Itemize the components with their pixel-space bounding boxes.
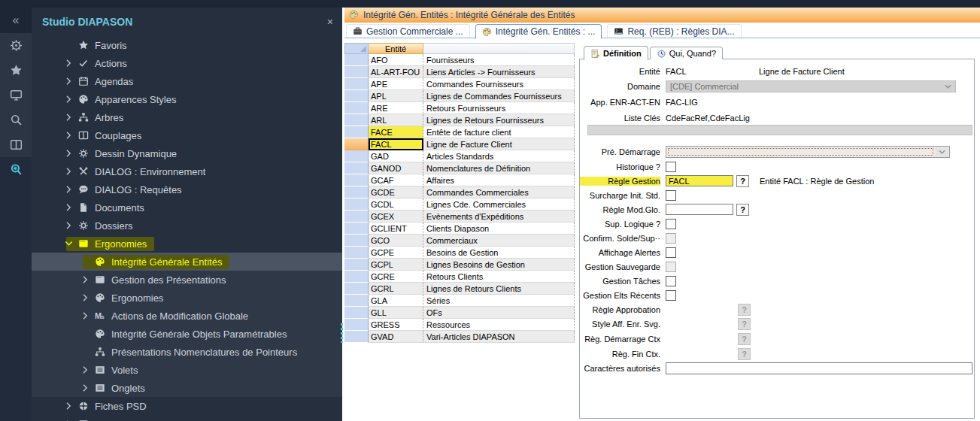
historique-checkbox[interactable] — [666, 162, 676, 172]
sidebar-item-integrite-generale-objets-parametrables[interactable]: Intégrité Générale Objets Paramétrables — [32, 325, 342, 343]
cell-code[interactable]: ARL — [369, 114, 423, 126]
row-gutter[interactable] — [344, 295, 369, 307]
cell-code[interactable]: GCDE — [369, 186, 423, 198]
iconbar-columns[interactable] — [0, 132, 32, 157]
table-row-gcrl[interactable]: GCRL Lignes de Retours Clients — [344, 283, 575, 295]
cell-description[interactable]: Entête de facture client — [423, 126, 575, 138]
cell-description[interactable]: Lignes de Commandes Fournisseurs — [423, 90, 575, 102]
cell-description[interactable]: Besoins de Gestion — [423, 247, 575, 259]
table-row-afo[interactable]: AFO Fournisseurs — [344, 54, 575, 66]
cell-code[interactable]: FACE — [369, 126, 423, 138]
table-row-gcre[interactable]: GCRE Retours Clients — [344, 271, 575, 283]
cell-description[interactable]: Ligne de Facture Client — [423, 138, 575, 150]
sidebar-item-dialog-requetes[interactable]: DIALOG : Requêtes — [32, 180, 342, 198]
cell-code[interactable]: GRESS — [369, 319, 423, 331]
table-row-are[interactable]: ARE Retours Fournisseurs — [344, 102, 575, 114]
row-gutter[interactable] — [344, 331, 369, 343]
row-gutter[interactable] — [344, 198, 369, 210]
iconbar-helm[interactable] — [0, 33, 32, 58]
sidebar-item-agendas[interactable]: Agendas — [32, 72, 342, 90]
row-gutter[interactable] — [344, 126, 369, 138]
table-row-gclient[interactable]: GCLIENT Clients Diapason — [344, 223, 575, 235]
table-row-facl[interactable]: FACL Ligne de Facture Client — [344, 138, 575, 150]
surcharge-checkbox[interactable] — [666, 190, 676, 201]
cell-description[interactable]: Lignes de Retours Clients — [423, 283, 575, 295]
collapse-sidebar-button[interactable]: « — [0, 8, 32, 33]
cell-description[interactable]: Lignes Cde. Commerciales — [423, 198, 575, 210]
cell-description[interactable]: Ressources — [423, 319, 575, 331]
cell-code[interactable]: AL-ART-FOU — [369, 66, 423, 78]
iconbar-pin-search[interactable] — [0, 157, 32, 182]
table-row-gcaf[interactable]: GCAF Affaires — [344, 174, 575, 186]
cell-code[interactable]: GCPL — [369, 259, 423, 271]
cell-description[interactable]: Vari-Articles DIAPASON — [423, 331, 575, 343]
cell-code[interactable]: GCLIENT — [369, 223, 423, 235]
cell-code[interactable]: AFO — [369, 54, 423, 66]
table-row-al-art-fou[interactable]: AL-ART-FOU Liens Articles -> Fournisseur… — [344, 66, 575, 78]
tab-integrite-gen-entites[interactable]: Intégrité Gén. Entités : ... — [475, 24, 602, 39]
regle-gestion-lookup-button[interactable]: ? — [736, 175, 749, 187]
cell-description[interactable]: Clients Diapason — [423, 223, 575, 235]
sidebar-item-fiches-psd[interactable]: Fiches PSD — [32, 397, 342, 415]
cell-code[interactable]: GLA — [369, 295, 423, 307]
cell-description[interactable]: Commerciaux — [423, 235, 575, 247]
row-gutter[interactable] — [344, 54, 369, 66]
sidebar-item-integrite-generale-entites[interactable]: Intégrité Générale Entités — [32, 253, 342, 271]
cell-description[interactable]: OFs — [423, 307, 575, 319]
cell-description[interactable]: Retours Fournisseurs — [423, 102, 575, 114]
row-gutter[interactable] — [344, 307, 369, 319]
table-corner-cell[interactable] — [344, 43, 369, 54]
table-row-gla[interactable]: GLA Séries — [344, 295, 575, 307]
iconbar-search[interactable] — [0, 108, 32, 132]
sidebar-item-documents[interactable]: Documents — [32, 198, 342, 217]
cell-code[interactable]: GCRE — [369, 271, 423, 283]
regle-gestion-input[interactable]: FACL — [666, 175, 733, 186]
cell-code[interactable]: GAD — [369, 150, 423, 162]
sidebar-item-gestion-des-presentations[interactable]: Gestion des Présentations — [32, 271, 342, 289]
table-row-gcde[interactable]: GCDE Commandes Commerciales — [344, 186, 575, 198]
sidebar-item-arbres[interactable]: Arbres — [32, 108, 342, 126]
gestion-elts-checkbox[interactable] — [666, 290, 676, 301]
row-gutter[interactable] — [344, 174, 369, 186]
sidebar-item-favoris[interactable]: Favoris — [32, 36, 342, 54]
row-gutter[interactable] — [344, 319, 369, 331]
table-row-gcpe[interactable]: GCPE Besoins de Gestion — [344, 247, 575, 259]
caracteres-input[interactable] — [666, 362, 972, 374]
row-gutter[interactable] — [344, 283, 369, 295]
sidebar-item-dessin-dynamique[interactable]: Dessin Dynamique — [32, 144, 342, 162]
column-header-description[interactable] — [423, 43, 575, 54]
table-row-gcdl[interactable]: GCDL Lignes Cde. Commerciales — [344, 198, 575, 210]
row-gutter[interactable] — [344, 247, 369, 259]
cell-description[interactable]: Articles Standards — [423, 150, 575, 162]
sidebar-item-couplages[interactable]: Couplages — [32, 126, 342, 144]
cell-description[interactable]: Séries — [423, 295, 575, 307]
tab-gestion-commerciale[interactable]: Gestion Commerciale ... — [346, 24, 470, 38]
cell-code[interactable]: GCAF — [369, 174, 423, 186]
cell-code[interactable]: GCEX — [369, 210, 423, 223]
pre-demarrage-select[interactable] — [666, 146, 950, 158]
sidebar-item-presentations-nomenclatures-de-pointeurs[interactable]: Présentations Nomenclatures de Pointeurs — [32, 343, 342, 361]
cell-description[interactable]: Lignes de Retours Fournisseurs — [423, 114, 575, 126]
sidebar-item-ergonomies[interactable]: Ergonomies — [32, 289, 342, 307]
table-row-gress[interactable]: GRESS Ressources — [344, 319, 575, 331]
row-gutter[interactable] — [344, 114, 369, 126]
cell-description[interactable]: Commandes Commerciales — [423, 186, 575, 198]
row-gutter[interactable] — [344, 162, 369, 174]
sidebar-item-actions[interactable]: Actions — [32, 54, 342, 72]
row-gutter[interactable] — [344, 90, 369, 102]
row-gutter[interactable] — [344, 271, 369, 283]
table-row-gad[interactable]: GAD Articles Standards — [344, 150, 575, 162]
table-row-arl[interactable]: ARL Lignes de Retours Fournisseurs — [344, 114, 575, 126]
row-gutter[interactable] — [344, 138, 369, 150]
regle-modglo-input[interactable] — [666, 204, 733, 215]
row-gutter[interactable] — [344, 78, 369, 90]
table-row-gcpl[interactable]: GCPL Lignes Besoins de Gestion — [344, 259, 575, 271]
row-gutter[interactable] — [344, 223, 369, 235]
row-gutter[interactable] — [344, 102, 369, 114]
table-row-face[interactable]: FACE Entête de facture client — [344, 126, 575, 138]
cell-description[interactable]: Fournisseurs — [423, 54, 575, 66]
sidebar-item[interactable] — [32, 415, 342, 421]
table-row-gco[interactable]: GCO Commerciaux — [344, 235, 575, 247]
cell-description[interactable]: Affaires — [423, 174, 575, 186]
cell-code[interactable]: GCRL — [369, 283, 423, 295]
